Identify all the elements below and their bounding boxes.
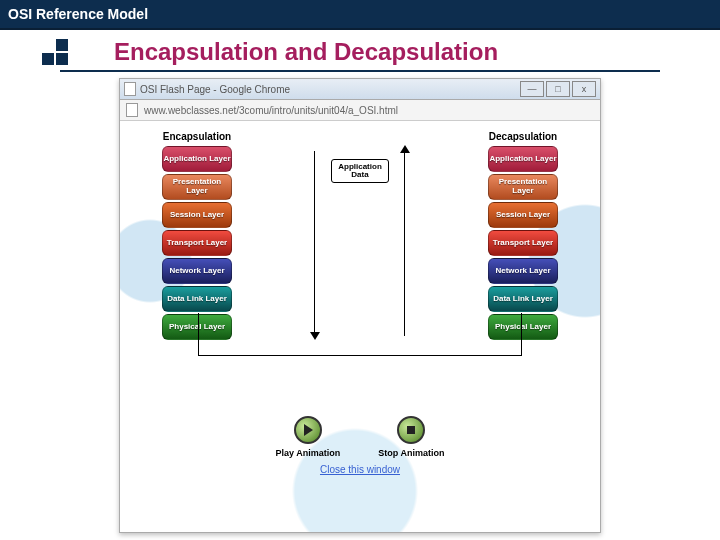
close-button[interactable]: x (572, 81, 596, 97)
osi-layer: Presentation Layer (488, 174, 558, 200)
osi-layer: Network Layer (162, 258, 232, 284)
title-bullet-icon (42, 39, 68, 65)
page-content: Application Data Encapsulation Applicati… (120, 121, 600, 532)
title-underline (60, 70, 660, 72)
osi-diagram: Encapsulation Application LayerPresentat… (132, 131, 588, 340)
osi-layer: Physical Layer (488, 314, 558, 340)
osi-layer: Application Layer (488, 146, 558, 172)
page-icon (124, 82, 136, 96)
decapsulation-column: Decapsulation Application LayerPresentat… (488, 131, 558, 340)
osi-layer: Data Link Layer (162, 286, 232, 312)
title-row: Encapsulation and Decapsulation (0, 38, 720, 66)
osi-layer: Session Layer (162, 202, 232, 228)
url-text: www.webclasses.net/3comu/intro/units/uni… (144, 105, 398, 116)
decapsulation-title: Decapsulation (489, 131, 557, 142)
file-icon (126, 103, 138, 117)
browser-titlebar: OSI Flash Page - Google Chrome — □ x (120, 79, 600, 100)
stop-control: Stop Animation (378, 416, 444, 458)
bottom-connector (198, 355, 522, 356)
osi-layer: Network Layer (488, 258, 558, 284)
stop-label: Stop Animation (378, 448, 444, 458)
osi-layer: Application Layer (162, 146, 232, 172)
stop-button[interactable] (397, 416, 425, 444)
osi-layer: Session Layer (488, 202, 558, 228)
slide-title: Encapsulation and Decapsulation (114, 38, 498, 66)
encapsulation-title: Encapsulation (163, 131, 231, 142)
down-arrow (308, 131, 322, 340)
play-button[interactable] (294, 416, 322, 444)
address-bar[interactable]: www.webclasses.net/3comu/intro/units/uni… (120, 100, 600, 121)
osi-layer: Physical Layer (162, 314, 232, 340)
up-arrow (398, 131, 412, 340)
play-label: Play Animation (276, 448, 341, 458)
slide-header: OSI Reference Model (0, 0, 720, 30)
encapsulation-column: Encapsulation Application LayerPresentat… (162, 131, 232, 340)
slide-header-title: OSI Reference Model (8, 6, 148, 22)
window-buttons: — □ x (520, 81, 596, 97)
play-icon (304, 424, 313, 436)
browser-window: OSI Flash Page - Google Chrome — □ x www… (119, 78, 601, 533)
minimize-button[interactable]: — (520, 81, 544, 97)
browser-tab-title: OSI Flash Page - Google Chrome (140, 84, 290, 95)
osi-layer: Transport Layer (162, 230, 232, 256)
osi-layer: Transport Layer (488, 230, 558, 256)
osi-layer: Data Link Layer (488, 286, 558, 312)
animation-controls: Play Animation Stop Animation (132, 416, 588, 458)
play-control: Play Animation (276, 416, 341, 458)
osi-layer: Presentation Layer (162, 174, 232, 200)
stop-icon (407, 426, 415, 434)
maximize-button[interactable]: □ (546, 81, 570, 97)
